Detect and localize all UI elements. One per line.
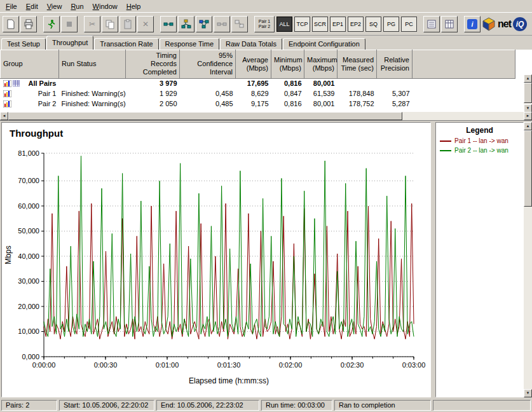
scrollbar-thumb[interactable] [524,130,532,207]
cut-button[interactable]: ✂ [84,16,100,32]
filter-tcp-button[interactable]: TCP [294,17,310,32]
status-filler [433,400,531,411]
filter-ep1-button[interactable]: EP1 [330,17,346,32]
tab-response-time[interactable]: Response Time [160,38,219,50]
column-options-icon [444,19,454,29]
paste-button[interactable] [119,16,136,32]
svg-text:0:00:30: 0:00:30 [94,361,118,369]
panel-splitter[interactable] [431,122,435,397]
legend-vertical-scrollbar[interactable]: ▲ ▼ [524,122,532,397]
svg-text:50,000: 50,000 [18,227,39,235]
stop-test-button[interactable] [61,16,78,32]
info-button[interactable]: i [464,16,481,32]
pair2-color-swatch [440,150,451,151]
report-view-icon [426,19,437,29]
filter-ep2-button[interactable]: EP2 [348,17,364,32]
pair2-filter-label: Pair 2 [259,24,270,29]
scroll-right-button[interactable]: ► [524,112,532,120]
col-header-minimum[interactable]: Minimum (Mbps) [271,50,304,79]
results-table: Group Run Status Timing Records Complete… [0,50,515,109]
netiq-cube-icon [482,17,496,31]
results-table-area: Group Run Status Timing Records Complete… [0,50,532,121]
col-header-maximum[interactable]: Maximum (Mbps) [304,50,338,79]
filter-scr-button[interactable]: SCR [312,17,328,32]
menu-window[interactable]: Window [88,1,122,11]
table-row-pair-1[interactable]: Pair 1 Finished: Warning(s) 1 929 0,458 … [1,88,515,99]
pair1-filter-label: Pair 1 [259,19,270,24]
edit-pair-button[interactable] [214,16,230,32]
svg-text:0:02:00: 0:02:00 [279,361,303,369]
legend-panel: Legend Pair 1 -- lan -> wan Pair 2 -- la… [435,122,524,397]
col-header-measured-time[interactable]: Measured Time (sec) [338,50,377,79]
menu-bar: File Edit View Run Window Help [0,0,532,12]
scrollbar-thumb[interactable] [8,112,402,120]
status-run-time: Run time: 00:03:00 [261,400,332,411]
status-result: Ran to completion [334,400,431,411]
svg-text:0,000: 0,000 [22,353,39,360]
copy-button[interactable] [102,16,118,32]
group-grid-icon [13,80,20,86]
col-header-average[interactable]: Average (Mbps) [236,50,271,79]
scroll-down-button[interactable]: ▼ [524,389,532,397]
col-header-filler [413,50,515,79]
table-vertical-scrollbar[interactable]: ▲ ▼ [524,74,532,113]
table-horizontal-scrollbar[interactable]: ◄ ► [0,112,532,120]
svg-text:81,000: 81,000 [18,149,39,157]
col-header-confidence[interactable]: 95% Confidence Interval [180,50,236,79]
scroll-left-button[interactable]: ◄ [0,112,8,120]
col-header-timing-records[interactable]: Timing Records Completed [126,50,180,79]
scroll-up-button[interactable]: ▲ [524,122,532,130]
svg-text:0:01:30: 0:01:30 [217,361,241,369]
tab-transaction-rate[interactable]: Transaction Rate [94,38,158,50]
table-row-all-pairs[interactable]: All Pairs 3 979 17,695 0,816 80,001 [1,78,515,88]
tab-endpoint-configuration[interactable]: Endpoint Configuration [283,38,365,50]
edit-pair-icon [217,19,227,29]
group-label: Pair 2 [38,100,57,107]
new-test-button[interactable] [3,16,19,32]
menu-edit[interactable]: Edit [22,1,43,11]
status-end-time: End: 10.05.2006, 22:23:02 [156,400,259,411]
legend-title: Legend [436,123,523,135]
add-multicast-button[interactable] [196,16,212,32]
filter-pc-button[interactable]: PC [401,17,417,32]
menu-run[interactable]: Run [66,1,88,11]
run-test-icon [46,19,57,29]
filter-pg-button[interactable]: PG [383,17,399,32]
svg-text:10,000: 10,000 [18,327,39,335]
tab-throughput[interactable]: Throughput [46,36,93,50]
print-button[interactable] [20,16,37,32]
legend-item-pair-1: Pair 1 -- lan -> wan [436,135,523,144]
svg-text:Elapsed time (h:mm:ss): Elapsed time (h:mm:ss) [189,376,269,385]
add-group-button[interactable] [178,16,194,32]
svg-text:0:03:00: 0:03:00 [402,361,426,369]
add-multicast-icon [199,19,209,29]
add-pair-button[interactable] [160,16,177,32]
table-row-pair-2[interactable]: Pair 2 Finished: Warning(s) 2 050 0,485 … [1,99,515,109]
menu-file[interactable]: File [1,1,22,11]
filter-all-button[interactable]: ALL [276,17,292,32]
menu-view[interactable]: View [43,1,67,11]
col-header-run-status[interactable]: Run Status [59,50,126,79]
throughput-chart-panel: Throughput 0,00010,00020,00030,00040,000… [1,122,431,397]
legend-label: Pair 2 -- lan -> wan [454,147,508,154]
report-view-button[interactable] [423,16,440,32]
netiq-wordmark: net [498,18,511,30]
stop-test-icon [64,19,74,29]
add-pair-icon [163,19,174,29]
delete-button[interactable]: ✕ [137,16,154,32]
view-tab-bar: Test Setup Throughput Transaction Rate R… [0,36,532,50]
col-header-group[interactable]: Group [1,50,59,79]
replicate-pair-button[interactable] [231,16,248,32]
scrollbar-thumb[interactable] [524,83,532,103]
pair-visibility-button[interactable]: Pair 1 Pair 2 [254,16,275,32]
col-header-precision[interactable]: Relative Precision [377,50,413,79]
tab-test-setup[interactable]: Test Setup [1,38,46,50]
filter-sq-button[interactable]: SQ [365,17,381,32]
menu-help[interactable]: Help [122,1,146,11]
print-icon [24,19,34,29]
netiq-logo: net iQ [482,17,529,31]
tab-raw-data-totals[interactable]: Raw Data Totals [220,38,282,50]
run-test-button[interactable] [43,16,60,32]
column-options-button[interactable] [441,16,458,32]
scroll-up-button[interactable]: ▲ [524,74,532,83]
